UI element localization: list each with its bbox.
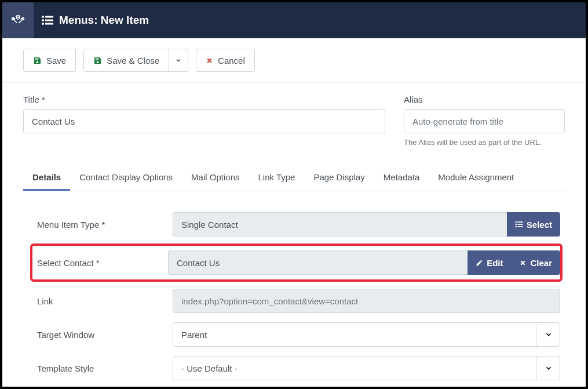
link-value: index.php?option=com_contact&view=contac… [173, 289, 560, 313]
svg-point-10 [515, 224, 517, 226]
tab-details[interactable]: Details [23, 165, 70, 191]
tab-contact-display-options[interactable]: Contact Display Options [70, 165, 182, 191]
save-button[interactable]: Save [23, 49, 76, 72]
page-title: Menus: New Item [59, 14, 149, 27]
svg-rect-13 [517, 226, 523, 227]
target-window-select[interactable]: Parent [173, 322, 560, 347]
select-type-button[interactable]: Select [507, 212, 560, 237]
tab-page-display[interactable]: Page Display [304, 165, 374, 191]
select-contact-row: Select Contact * Contact Us Edit Clear [37, 250, 560, 275]
select-contact-value: Contact Us [168, 250, 468, 275]
svg-rect-9 [517, 221, 523, 223]
edit-icon [476, 259, 483, 267]
alias-hint: The Alias will be used as part of the UR… [404, 138, 565, 147]
title-label: Title * [23, 94, 385, 104]
edit-contact-button[interactable]: Edit [468, 250, 511, 275]
tab-module-assignment[interactable]: Module Assignment [429, 165, 523, 191]
alias-input[interactable] [404, 109, 565, 133]
svg-point-0 [42, 16, 44, 18]
list-icon [515, 221, 523, 228]
joomla-logo[interactable] [2, 2, 34, 38]
save-icon [93, 56, 102, 65]
svg-point-2 [42, 19, 44, 21]
svg-point-4 [42, 23, 44, 25]
svg-rect-11 [517, 224, 523, 225]
title-input[interactable] [23, 109, 385, 133]
menu-item-type-value: Single Contact [173, 212, 507, 237]
template-style-label: Template Style [37, 363, 173, 373]
save-close-button[interactable]: Save & Close [83, 49, 169, 72]
menu-item-type-label: Menu Item Type * [37, 220, 173, 230]
link-row: Link index.php?option=com_contact&view=c… [37, 284, 560, 318]
topbar: Menus: New Item [2, 2, 586, 38]
tab-metadata[interactable]: Metadata [374, 165, 429, 191]
save-close-group: Save & Close [83, 49, 188, 72]
target-window-row: Target Window Parent [37, 318, 560, 351]
template-style-select[interactable]: - Use Default - [173, 356, 560, 380]
cancel-button[interactable]: Cancel [196, 49, 255, 72]
save-icon [33, 56, 42, 65]
svg-rect-3 [45, 20, 53, 21]
save-close-dropdown[interactable] [169, 49, 188, 72]
menu-item-type-row: Menu Item Type * Single Contact Select [37, 208, 560, 241]
clear-contact-button[interactable]: Clear [511, 250, 560, 275]
tab-link-type[interactable]: Link Type [249, 165, 304, 191]
close-icon [206, 57, 213, 64]
title-alias-row: Title * Alias The Alias will be used as … [23, 94, 565, 147]
toolbar: Save Save & Close Cancel [2, 38, 586, 83]
close-icon [519, 259, 527, 267]
template-style-row: Template Style - Use Default - [37, 351, 560, 385]
svg-rect-1 [45, 16, 53, 18]
link-label: Link [37, 296, 173, 306]
alias-label: Alias [404, 94, 565, 104]
tab-mail-options[interactable]: Mail Options [182, 165, 249, 191]
details-panel: Menu Item Type * Single Contact Select S… [23, 191, 565, 385]
highlight-select-contact: Select Contact * Contact Us Edit Clear [30, 243, 563, 282]
list-icon [42, 15, 53, 26]
tabs: Details Contact Display Options Mail Opt… [23, 165, 565, 191]
svg-point-12 [515, 226, 517, 228]
chevron-down-icon [175, 57, 182, 64]
select-contact-label: Select Contact * [37, 258, 168, 268]
target-window-label: Target Window [37, 330, 173, 340]
svg-point-8 [515, 221, 517, 223]
svg-rect-5 [45, 23, 53, 25]
